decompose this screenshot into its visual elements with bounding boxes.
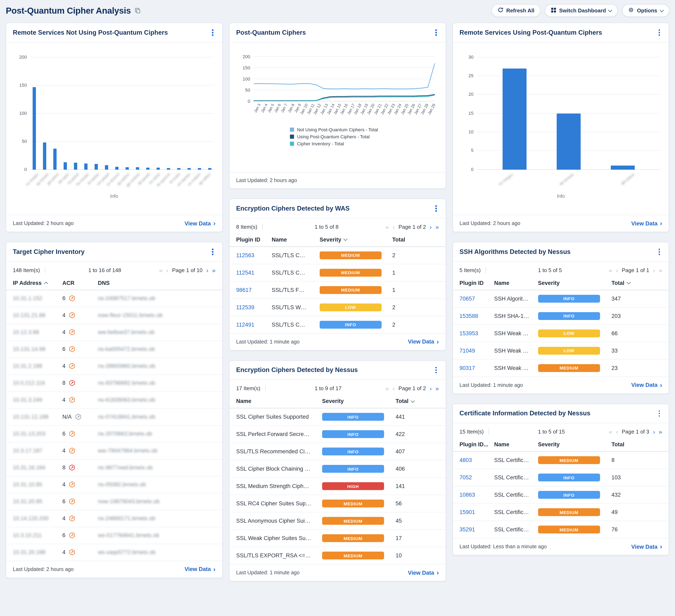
plugin-id-link[interactable]: 4803 <box>459 457 472 463</box>
next-page-icon[interactable]: › <box>653 267 655 273</box>
plugin-id-link[interactable]: 71049 <box>459 348 475 354</box>
bar[interactable] <box>557 113 581 169</box>
column-header-severity[interactable]: Severity <box>538 441 611 448</box>
plugin-id-link[interactable]: 35291 <box>459 526 475 533</box>
column-header-severity[interactable]: Severity <box>538 280 611 286</box>
column-header-plugin[interactable]: Plugin ID <box>459 280 494 286</box>
switch-dashboard-label: Switch Dashboard <box>559 7 606 14</box>
plugin-id-link[interactable]: 90317 <box>459 365 475 371</box>
bar[interactable] <box>156 168 160 169</box>
last-page-icon[interactable]: » <box>212 267 216 273</box>
first-page-icon[interactable]: « <box>609 267 612 273</box>
column-header-acr[interactable]: ACR <box>62 280 98 286</box>
plugin-id-link[interactable]: 112541 <box>236 270 254 276</box>
legend-item[interactable]: Using Post-Quantum Ciphers - Total <box>290 134 385 139</box>
column-header-name[interactable]: Name <box>494 441 538 448</box>
column-header-plugin[interactable]: Plugin ID... <box>459 441 494 448</box>
view-data-link[interactable]: View Data› <box>184 220 216 227</box>
prev-page-icon[interactable]: ‹ <box>393 224 395 230</box>
kebab-menu-icon[interactable] <box>657 28 662 36</box>
bar[interactable] <box>136 167 139 169</box>
severity-badge: MEDIUM <box>320 268 382 277</box>
plugin-id-link[interactable]: 70657 <box>459 295 475 302</box>
view-data-link[interactable]: View Data› <box>631 220 662 227</box>
bar[interactable] <box>32 87 36 169</box>
plugin-id-link[interactable]: 112491 <box>236 321 254 328</box>
last-page-icon[interactable]: » <box>436 385 439 391</box>
kebab-menu-icon[interactable] <box>210 248 216 256</box>
refresh-all-button[interactable]: Refresh All <box>492 4 541 17</box>
view-data-link[interactable]: View Data› <box>631 543 662 550</box>
bar[interactable] <box>115 167 119 169</box>
prev-page-icon[interactable]: ‹ <box>393 385 395 391</box>
plugin-id-link[interactable]: 10863 <box>459 492 475 498</box>
kebab-menu-icon[interactable] <box>433 204 439 213</box>
column-header-plugin[interactable]: Plugin ID <box>236 236 272 243</box>
bar[interactable] <box>64 162 67 169</box>
last-page-icon[interactable]: » <box>659 267 662 273</box>
plugin-id-link[interactable]: 153588 <box>459 313 478 319</box>
plugin-id-link[interactable]: 7052 <box>459 474 472 480</box>
view-data-link[interactable]: View Data› <box>631 382 662 388</box>
next-page-icon[interactable]: › <box>206 267 208 273</box>
first-page-icon[interactable]: « <box>385 385 389 391</box>
kebab-menu-icon[interactable] <box>433 28 439 36</box>
bar[interactable] <box>94 164 98 169</box>
bar[interactable] <box>43 142 46 169</box>
column-header-total[interactable]: Total <box>611 441 662 448</box>
bar[interactable] <box>208 168 211 170</box>
next-page-icon[interactable]: › <box>430 224 432 230</box>
prev-page-icon[interactable]: ‹ <box>166 267 168 273</box>
bar[interactable] <box>146 168 149 169</box>
view-data-link[interactable]: View Data› <box>408 569 439 576</box>
prev-page-icon[interactable]: ‹ <box>616 429 618 435</box>
plugin-id-link[interactable]: 98617 <box>236 287 252 293</box>
view-data-link[interactable]: View Data› <box>184 566 216 572</box>
bar[interactable] <box>611 166 635 169</box>
bar[interactable] <box>84 163 87 169</box>
column-header-name[interactable]: Name <box>236 398 322 404</box>
bar[interactable] <box>177 168 180 170</box>
column-header-severity[interactable]: Severity <box>320 236 392 243</box>
plugin-id-link[interactable]: 153953 <box>459 330 478 336</box>
legend-item[interactable]: Not Using Post-Quantum Ciphers - Total <box>290 127 385 132</box>
last-page-icon[interactable]: » <box>659 429 662 435</box>
bar[interactable] <box>126 167 129 169</box>
kebab-menu-icon[interactable] <box>433 366 439 374</box>
column-header-severity[interactable]: Severity <box>322 398 396 404</box>
first-page-icon[interactable]: « <box>385 224 389 230</box>
plugin-id-link[interactable]: 15901 <box>459 509 475 515</box>
first-page-icon[interactable]: « <box>159 267 163 273</box>
column-header-total[interactable]: Total <box>611 280 662 286</box>
prev-page-icon[interactable]: ‹ <box>616 267 618 273</box>
column-header-ip[interactable]: IP Address <box>13 280 62 286</box>
plugin-id-link[interactable]: 112539 <box>236 304 254 310</box>
column-header-name[interactable]: Name <box>272 236 320 243</box>
plugin-id-link[interactable]: 112563 <box>236 252 254 258</box>
next-page-icon[interactable]: › <box>430 385 432 391</box>
bar[interactable] <box>105 165 108 169</box>
first-page-icon[interactable]: « <box>609 429 612 435</box>
kebab-menu-icon[interactable] <box>657 248 662 256</box>
bar[interactable] <box>503 68 527 169</box>
ip-blurred-text: 10.3.17.187 <box>13 448 62 454</box>
column-header-name[interactable]: Name <box>494 280 538 286</box>
kebab-menu-icon[interactable] <box>210 28 216 36</box>
column-header-total[interactable]: Total <box>392 236 439 243</box>
kebab-menu-icon[interactable] <box>657 409 662 417</box>
bar[interactable] <box>167 168 170 170</box>
next-page-icon[interactable]: › <box>653 429 655 435</box>
bar[interactable] <box>74 163 77 169</box>
bar[interactable] <box>53 149 57 169</box>
column-header-dns[interactable]: DNS <box>98 280 216 286</box>
acr-value: 8 <box>62 380 65 386</box>
switch-dashboard-button[interactable]: Switch Dashboard <box>545 4 618 17</box>
copy-icon[interactable] <box>135 7 141 14</box>
bar[interactable] <box>188 168 191 170</box>
last-page-icon[interactable]: » <box>436 224 439 230</box>
column-header-total[interactable]: Total <box>396 398 439 404</box>
options-button[interactable]: Options <box>622 4 669 17</box>
bar[interactable] <box>198 168 201 170</box>
view-data-link[interactable]: View Data› <box>408 338 439 345</box>
legend-item[interactable]: Cipher Inventory - Total <box>290 141 385 146</box>
